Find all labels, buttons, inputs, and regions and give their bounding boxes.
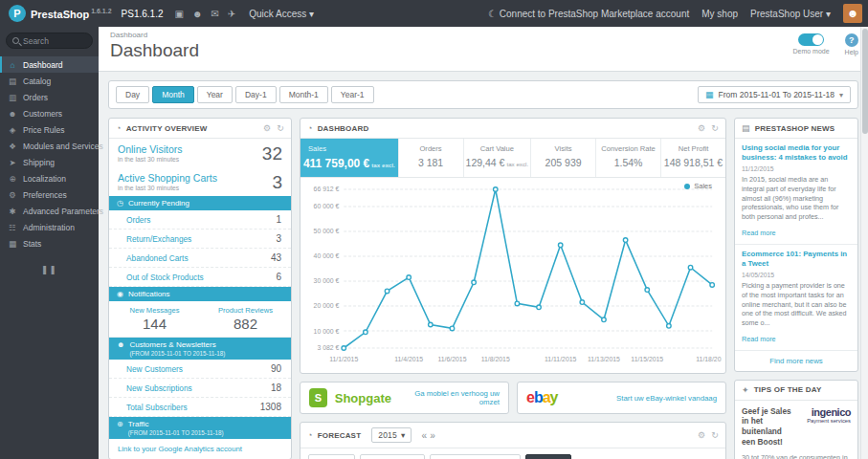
ebay-link[interactable]: Start uw eBay-winkel vandaag: [616, 394, 717, 403]
envelope-icon[interactable]: ✉: [211, 9, 218, 19]
new-customers-row[interactable]: New Customers90: [109, 360, 291, 379]
filter-day-button[interactable]: Day: [116, 86, 149, 103]
find-more-news-link[interactable]: Find more news: [735, 351, 857, 371]
person-icon[interactable]: ☻: [192, 9, 203, 19]
refresh-icon[interactable]: ↻: [277, 123, 284, 133]
news-panel-header: ▤ PRESTASHOP NEWS: [735, 119, 857, 139]
filter-day-1-button[interactable]: Day-1: [235, 86, 277, 103]
online-visitors-sub: in the last 30 minutes: [118, 156, 183, 163]
filter-year-button[interactable]: Year: [197, 86, 233, 103]
sidebar-item-orders[interactable]: ▥Orders: [0, 89, 99, 105]
new-messages-stat[interactable]: New Messages 144: [109, 301, 200, 337]
read-more-link[interactable]: Read more: [742, 335, 776, 343]
refresh-icon[interactable]: ↻: [711, 430, 719, 440]
version-label: 1.6.1.2: [91, 8, 111, 14]
legend-dot-icon: [684, 184, 690, 189]
svg-text:66 912 €: 66 912 €: [314, 186, 340, 192]
sidebar-item-customers[interactable]: ☻Customers: [0, 105, 99, 121]
demo-mode-toggle[interactable]: [798, 33, 824, 46]
marketplace-link[interactable]: ☾ Connect to PrestaShop Marketplace acco…: [488, 9, 689, 19]
kpi-sales[interactable]: Sales 411 759,00 €tax excl.: [300, 139, 399, 177]
kpi-cart-value[interactable]: Cart Value 129,44 €tax excl.: [464, 139, 532, 177]
scrollbar-thumb[interactable]: [862, 29, 868, 134]
prestashop-logo[interactable]: P: [9, 5, 26, 22]
sidebar-item-administration[interactable]: ☷Administration: [0, 219, 99, 235]
user-avatar[interactable]: ☻: [843, 4, 862, 23]
sidebar-item-label: Administration: [23, 223, 75, 232]
pending-row-abandoned-carts[interactable]: Abandoned Carts43: [109, 249, 291, 268]
kpi-visits[interactable]: Visits 205 939: [531, 139, 596, 177]
read-more-link[interactable]: Read more: [742, 229, 776, 237]
svg-text:11/6/2015: 11/6/2015: [437, 356, 466, 362]
forecast-traffic-toggle[interactable]: Traffic: [308, 454, 355, 459]
shop-name[interactable]: PS1.6.1.2: [122, 9, 164, 19]
sidebar-item-modules[interactable]: ❖Modules and Services: [0, 138, 99, 154]
sidebar-search[interactable]: [6, 33, 93, 49]
user-menu[interactable]: PrestaShop User ▾: [750, 9, 831, 19]
notifications-section-title: Notifications: [128, 290, 170, 298]
gear-icon[interactable]: ⚙: [263, 123, 271, 133]
top-bar: P PrestaShop1.6.1.2 PS1.6.1.2 ▣ ☻ ✉ ✈ Qu…: [0, 0, 868, 27]
cart-icon[interactable]: ▣: [174, 9, 183, 19]
row-label: Out of Stock Products: [126, 273, 204, 282]
rocket-icon[interactable]: ✈: [228, 9, 235, 19]
pending-row-orders[interactable]: Orders1: [109, 210, 291, 230]
gear-icon[interactable]: ⚙: [698, 430, 705, 440]
next-icon[interactable]: »: [430, 430, 435, 441]
row-label: New Customers: [126, 364, 183, 374]
my-shop-link[interactable]: My shop: [701, 9, 738, 19]
forecast-sales-toggle[interactable]: Sales: [525, 454, 571, 459]
vertical-scrollbar[interactable]: [860, 27, 868, 459]
article-title[interactable]: Ecommerce 101: Payments in a Tweet: [742, 250, 851, 269]
sidebar-item-dashboard[interactable]: ⌂Dashboard: [0, 56, 99, 73]
new-subscriptions-row[interactable]: New Subscriptions18: [109, 379, 291, 398]
filter-month-button[interactable]: Month: [152, 86, 194, 103]
shopgate-link[interactable]: Ga mobiel en verhoog uw omzet: [399, 389, 500, 406]
gear-icon[interactable]: ⚙: [698, 123, 705, 133]
kpi-orders[interactable]: Orders 3 181: [399, 139, 464, 177]
breadcrumb[interactable]: Dashboard: [110, 31, 857, 39]
sidebar-item-price-rules[interactable]: ◈Price Rules: [0, 121, 99, 138]
filter-year-1-button[interactable]: Year-1: [331, 86, 374, 103]
kpi-net-profit[interactable]: Net Profit 148 918,51 €: [661, 139, 725, 177]
online-visitors-row[interactable]: Online Visitors in the last 30 minutes 3…: [109, 139, 291, 167]
kpi-conversion-rate[interactable]: Conversion Rate 1.54%: [596, 139, 661, 177]
dashboard-columns: ◔ ACTIVITY OVERVIEW ⚙↻ Online Visitors i…: [108, 118, 858, 459]
forecast-panel-header: ◔ FORECAST 2015▾ «» ⚙↻: [300, 423, 725, 448]
google-analytics-link[interactable]: Link to your Google Analytics account: [109, 439, 291, 459]
forecast-conversion-toggle[interactable]: Conversion: [360, 454, 424, 459]
admin-icon: ☷: [8, 223, 17, 232]
date-range-picker[interactable]: ▦ From 2015-11-01 To 2015-11-18 ▾: [698, 86, 851, 103]
sidebar-item-shipping[interactable]: ➤Shipping: [0, 154, 99, 170]
row-value: 18: [271, 382, 281, 393]
article-title[interactable]: Using social media for your business: 4 …: [742, 143, 851, 163]
refresh-icon[interactable]: ↻: [711, 123, 719, 133]
row-value: 90: [271, 363, 281, 374]
pending-row-out-of-stock[interactable]: Out of Stock Products6: [109, 268, 291, 287]
dashboard-panel-header: ◔ DASHBOARD ⚙↻: [300, 119, 725, 139]
sidebar-item-label: Localization: [23, 174, 66, 184]
center-column: ◔ DASHBOARD ⚙↻ Sales 411 759,00 €tax exc…: [300, 118, 726, 459]
filter-month-1-button[interactable]: Month-1: [279, 86, 328, 103]
quick-access-menu[interactable]: Quick Access ▾: [249, 9, 314, 19]
forecast-year-select[interactable]: 2015▾: [371, 427, 412, 443]
sidebar: ⌂Dashboard ▤Catalog ▥Orders ☻Customers ◈…: [0, 27, 99, 459]
pending-row-returns[interactable]: Return/Exchanges3: [109, 230, 291, 249]
chart-legend[interactable]: Sales: [684, 182, 712, 190]
forecast-avg-cart-toggle[interactable]: Average Cart Value: [430, 454, 521, 459]
sidebar-item-advanced-parameters[interactable]: ✱Advanced Parameters: [0, 203, 99, 219]
sidebar-item-catalog[interactable]: ▤Catalog: [0, 73, 99, 89]
sidebar-item-localization[interactable]: ⊕Localization: [0, 170, 99, 186]
previous-icon[interactable]: «: [421, 430, 427, 441]
search-input[interactable]: [23, 36, 86, 46]
right-column: ▤ PRESTASHOP NEWS Using social media for…: [734, 118, 858, 459]
sidebar-item-stats[interactable]: ▦Stats: [0, 235, 99, 251]
product-reviews-stat[interactable]: Product Reviews 882: [200, 301, 291, 337]
total-subscribers-row[interactable]: Total Subscribers1308: [109, 398, 291, 417]
sidebar-item-preferences[interactable]: ⚙Preferences: [0, 186, 99, 203]
sidebar-collapse-button[interactable]: ❚❚: [0, 265, 99, 274]
active-carts-row[interactable]: Active Shopping Carts in the last 30 min…: [109, 167, 291, 196]
forecast-panel-title: FORECAST: [318, 431, 362, 440]
help-icon[interactable]: ?: [845, 33, 858, 47]
ingenico-brand: ingenico: [797, 406, 851, 418]
